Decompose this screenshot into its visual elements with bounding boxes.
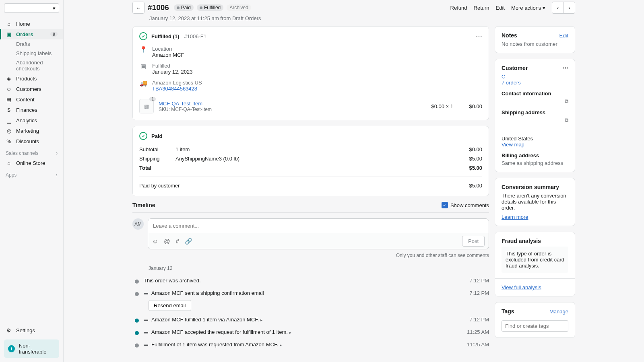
fulfillment-card: Fulfilled (1) #1006-F1 ⋯ 📍 LocationAmazo… bbox=[132, 26, 489, 120]
sidebar-label: Content bbox=[16, 97, 35, 103]
sidebar-item-orders[interactable]: ▣ Orders 9 bbox=[0, 29, 63, 39]
customer-name-link[interactable]: C bbox=[502, 74, 505, 80]
show-comments-toggle[interactable]: ✓ Show comments bbox=[442, 202, 489, 208]
timeline-dot bbox=[135, 319, 139, 323]
item-sku: SKU: MCF-QA-Test-Item bbox=[159, 107, 212, 112]
copy-icon[interactable]: ⧉ bbox=[565, 98, 568, 105]
sidebar-item-settings[interactable]: ⚙Settings bbox=[0, 325, 63, 335]
sidebar-item-online-store[interactable]: ⌂Online Store bbox=[0, 158, 63, 168]
orders-badge: 9 bbox=[50, 32, 58, 37]
sidebar-item-discounts[interactable]: %Discounts bbox=[0, 136, 63, 146]
sidebar-item-marketing[interactable]: ◎Marketing bbox=[0, 125, 63, 136]
badge-paid: Paid bbox=[174, 4, 194, 11]
timeline-dot bbox=[135, 292, 139, 296]
notes-title: Notes bbox=[502, 32, 517, 39]
resend-email-button[interactable]: Resend email bbox=[149, 300, 191, 311]
fulfillment-number: #1006-F1 bbox=[184, 33, 206, 39]
tags-input[interactable] bbox=[502, 320, 568, 332]
products-icon: ◈ bbox=[6, 75, 12, 82]
timeline-event[interactable]: Amazon MCF fulfilled 1 item via Amazon M… bbox=[151, 317, 466, 323]
prev-order-button[interactable]: ‹ bbox=[552, 2, 564, 13]
customer-orders-link[interactable]: 7 orders bbox=[502, 80, 521, 86]
order-date: January 12, 2023 at 11:25 am from Draft … bbox=[124, 15, 583, 21]
sidebar-label: Finances bbox=[16, 107, 37, 113]
conversion-title: Conversion summary bbox=[502, 184, 559, 190]
sidebar-item-products[interactable]: ◈Products bbox=[0, 73, 63, 84]
store-icon: ⌂ bbox=[6, 160, 12, 166]
truck-icon: 🚚 bbox=[139, 80, 147, 92]
chevron-right-icon[interactable]: › bbox=[56, 172, 58, 178]
carrier-label: Amazon Logistics US bbox=[152, 80, 202, 86]
chevron-right-icon: › bbox=[568, 5, 570, 11]
timeline-dot bbox=[135, 343, 139, 348]
caret-icon: ▸ bbox=[280, 343, 282, 347]
sidebar-sub-shipping-labels[interactable]: Shipping labels bbox=[0, 49, 63, 58]
link-icon[interactable]: 🔗 bbox=[185, 238, 192, 245]
sidebar-label: Analytics bbox=[16, 117, 37, 123]
section-apps: Apps› bbox=[0, 168, 63, 179]
timeline-event[interactable]: Fulfillment of 1 item was requested from… bbox=[151, 341, 463, 348]
sidebar-item-analytics[interactable]: ▁Analytics bbox=[0, 115, 63, 125]
edit-button[interactable]: Edit bbox=[496, 5, 505, 11]
fulfilled-label: Fulfilled bbox=[152, 63, 192, 69]
learn-more-link[interactable]: Learn more bbox=[502, 214, 528, 220]
timeline-dot bbox=[135, 331, 139, 335]
customer-card: Customer⋯ C 7 orders Contact information… bbox=[495, 59, 575, 172]
expand-icon[interactable]: ▬ bbox=[144, 290, 148, 296]
sidebar-label: Online Store bbox=[16, 160, 45, 166]
item-count: 1 bbox=[149, 97, 156, 101]
sidebar-sub-drafts[interactable]: Drafts bbox=[0, 39, 63, 49]
timeline-event: Amazon MCF sent a shipping confirmation … bbox=[151, 290, 466, 296]
location-value: Amazon MCF bbox=[152, 52, 184, 58]
info-icon: i bbox=[8, 345, 15, 352]
sidebar-item-content[interactable]: ▤Content bbox=[0, 94, 63, 105]
emoji-icon[interactable]: ☺ bbox=[152, 238, 158, 245]
caret-icon: ▸ bbox=[260, 318, 262, 322]
item-link[interactable]: MCF-QA-Test-Item bbox=[159, 101, 202, 107]
comment-input[interactable] bbox=[148, 219, 489, 233]
sidebar-label: Orders bbox=[16, 31, 33, 37]
timeline-dot bbox=[135, 280, 139, 284]
tags-card: TagsManage bbox=[495, 302, 575, 338]
expand-icon[interactable]: ▬ bbox=[144, 341, 148, 348]
tracking-link[interactable]: TBA304844563428 bbox=[152, 86, 197, 92]
arrow-left-icon: ← bbox=[136, 5, 141, 11]
item-price: $0.00 × 1 bbox=[431, 103, 453, 109]
return-button[interactable]: Return bbox=[474, 5, 489, 11]
sidebar-label: Discounts bbox=[16, 138, 39, 144]
timeline-event[interactable]: Amazon MCF accepted the request for fulf… bbox=[151, 329, 463, 335]
sidebar-sub-abandoned[interactable]: Abandoned checkouts bbox=[0, 58, 63, 73]
refund-button[interactable]: Refund bbox=[450, 5, 467, 11]
edit-notes-link[interactable]: Edit bbox=[559, 33, 568, 39]
view-analysis-link[interactable]: View full analysis bbox=[502, 284, 541, 290]
sidebar-item-customers[interactable]: ☺Customers bbox=[0, 84, 63, 94]
card-more-button[interactable]: ⋯ bbox=[563, 65, 568, 71]
expand-icon[interactable]: ▬ bbox=[144, 317, 148, 323]
more-actions-button[interactable]: More actions ▾ bbox=[511, 5, 545, 11]
notes-body: No notes from customer bbox=[502, 41, 568, 47]
store-selector[interactable]: ▾ bbox=[4, 3, 59, 13]
sidebar-label: Home bbox=[16, 21, 30, 27]
chevron-right-icon[interactable]: › bbox=[56, 150, 58, 156]
chevron-down-icon: ▾ bbox=[543, 5, 545, 11]
card-more-button[interactable]: ⋯ bbox=[476, 33, 482, 40]
marketing-icon: ◎ bbox=[6, 128, 12, 134]
post-button[interactable]: Post bbox=[462, 236, 485, 247]
badge-fulfilled: Fulfilled bbox=[197, 4, 223, 11]
back-button[interactable]: ← bbox=[132, 2, 144, 14]
expand-icon[interactable]: ▬ bbox=[144, 329, 148, 335]
mention-icon[interactable]: @ bbox=[164, 238, 170, 245]
copy-icon[interactable]: ⧉ bbox=[565, 117, 568, 123]
badge-archived: Archived bbox=[227, 4, 251, 11]
check-icon bbox=[139, 32, 147, 40]
trial-pill[interactable]: i Non-transferable bbox=[4, 339, 59, 358]
analytics-icon: ▁ bbox=[6, 117, 12, 123]
fraud-card: Fraud analysis This type of order is exc… bbox=[495, 232, 575, 296]
view-map-link[interactable]: View map bbox=[502, 142, 524, 148]
timeline-section: Timeline ✓ Show comments AM ☺ bbox=[132, 202, 489, 351]
sidebar-item-home[interactable]: ⌂ Home bbox=[0, 19, 63, 29]
sidebar-item-finances[interactable]: $Finances bbox=[0, 105, 63, 115]
next-order-button[interactable]: › bbox=[564, 2, 575, 13]
hashtag-icon[interactable]: # bbox=[176, 238, 179, 245]
manage-tags-link[interactable]: Manage bbox=[549, 309, 568, 315]
